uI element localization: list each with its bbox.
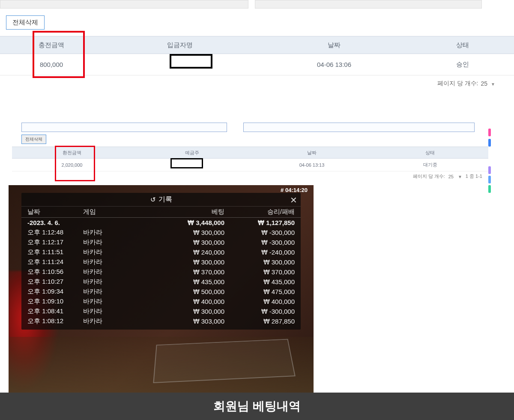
game-history-panel: # 04:14:20 ↺ 기록 ✕ 날짜 게임 베팅 승리/패배 -2023. … [9, 185, 314, 393]
top-bars [0, 0, 514, 10]
cell-game: 바카라 [83, 288, 147, 296]
history-row[interactable]: 오후 1:11:51바카라₩ 240,000₩ -240,000 [21, 247, 301, 257]
withdraw-table: 환전금액 예금주 날짜 상태 2,020,000 04-06 13:13 대기중 [12, 147, 488, 171]
cell-game: 바카라 [83, 258, 147, 266]
withdraw-section: 전체삭제 환전금액 예금주 날짜 상태 2,020,000 04-06 13:1… [12, 123, 488, 135]
cell-game: 바카라 [83, 297, 147, 306]
history-header: 날짜 게임 베팅 승리/패배 [21, 207, 301, 218]
history-row[interactable]: 오후 1:12:17바카라₩ 300,000₩ -300,000 [21, 237, 301, 247]
bottom-banner: 회원님 베팅내역 [0, 393, 514, 420]
col-amount: 환전금액 [12, 150, 132, 156]
stripe-icon [488, 166, 491, 174]
cell-time: 오후 1:09:34 [27, 288, 83, 296]
cell-date: 04-06 13:06 [257, 61, 411, 68]
withdraw-table-header: 환전금액 예금주 날짜 상태 [12, 147, 488, 159]
cell-winloss: ₩ -300,000 [235, 308, 295, 315]
banner-text: 회원님 베팅내역 [213, 398, 301, 414]
cell-time: 오후 1:12:17 [27, 238, 83, 246]
game-clock: # 04:14:20 [281, 187, 308, 193]
cell-game: 바카라 [83, 228, 147, 237]
cell-bet: ₩ 400,000 [147, 298, 235, 306]
col-name: 입금자명 [103, 41, 257, 49]
cell-winloss: ₩ 370,000 [235, 268, 295, 276]
cell-game: 바카라 [83, 238, 147, 246]
col-game: 게임 [83, 208, 147, 216]
pager-2: 페이지 당 개수: 25 1 중 1-1 [413, 173, 482, 180]
cell-bet: ₩ 240,000 [147, 249, 235, 256]
cell-time: 오후 1:08:12 [27, 317, 83, 325]
table-row: 2,020,000 04-06 13:13 대기중 [12, 159, 488, 171]
stripe-icon [488, 129, 491, 136]
pager: 페이지 당 개수: 25 [437, 80, 495, 87]
history-row[interactable]: 오후 1:08:41바카라₩ 300,000₩ -300,000 [21, 306, 301, 316]
cell-game: 바카라 [83, 317, 147, 325]
col-date: 날짜 [27, 208, 83, 216]
delete-all-button[interactable]: 전체삭제 [6, 15, 45, 30]
cell-bet: ₩ 300,000 [147, 308, 235, 315]
edge-color-strips [488, 123, 514, 200]
summary-bet: ₩ 3,448,000 [147, 219, 235, 227]
chevron-down-icon[interactable] [457, 174, 462, 179]
history-row[interactable]: 오후 1:09:10바카라₩ 400,000₩ 400,000 [21, 297, 301, 306]
history-row[interactable]: 오후 1:10:56바카라₩ 370,000₩ 370,000 [21, 267, 301, 277]
table-row: 800,000 04-06 13:06 승인 [0, 54, 514, 75]
cell-bet: ₩ 370,000 [147, 268, 235, 276]
col-status: 상태 [372, 150, 488, 156]
cell-time: 오후 1:10:27 [27, 278, 83, 286]
delete-all-button-2[interactable]: 전체삭제 [21, 135, 46, 144]
cell-bet: ₩ 303,000 [147, 318, 235, 325]
history-row[interactable]: 오후 1:10:27바카라₩ 435,000₩ 435,000 [21, 277, 301, 287]
cell-winloss: ₩ 435,000 [235, 278, 295, 286]
cell-status: 승인 [411, 60, 514, 69]
cell-time: 오후 1:11:24 [27, 258, 83, 266]
cell-winloss: ₩ 400,000 [235, 298, 295, 306]
stripe-icon [488, 176, 491, 183]
section2-bar-left[interactable] [21, 123, 227, 132]
cell-amount: 800,000 [0, 61, 103, 68]
section2-bars [12, 123, 488, 135]
cell-winloss: ₩ -300,000 [235, 239, 295, 246]
deposit-table: 충전금액 입금자명 날짜 상태 800,000 04-06 13:06 승인 [0, 36, 514, 75]
chip-tray [153, 339, 296, 383]
top-bar-right [255, 0, 482, 9]
cell-time: 오후 1:11:51 [27, 248, 83, 256]
pager-value[interactable]: 25 [448, 174, 454, 179]
history-row[interactable]: 오후 1:11:24바카라₩ 300,000₩ 300,000 [21, 257, 301, 267]
pager-value[interactable]: 25 [481, 80, 488, 87]
cell-winloss: ₩ -240,000 [235, 249, 295, 256]
history-row[interactable]: 오후 1:09:34바카라₩ 500,000₩ 475,000 [21, 287, 301, 297]
cell-time: 오후 1:10:56 [27, 268, 83, 276]
summary-winloss: ₩ 1,127,850 [235, 219, 295, 227]
stripe-icon [488, 185, 491, 193]
stripe-icon [488, 139, 491, 147]
cell-bet: ₩ 500,000 [147, 288, 235, 296]
cell-winloss: ₩ 287,850 [235, 318, 295, 325]
top-bar-left [0, 0, 248, 9]
history-title-bar: ↺ 기록 ✕ [21, 193, 301, 207]
cell-date: 04-06 13:13 [252, 162, 372, 168]
cell-bet: ₩ 300,000 [147, 229, 235, 237]
history-title: 기록 [158, 195, 172, 204]
col-date: 날짜 [252, 150, 372, 156]
cell-winloss: ₩ -300,000 [235, 229, 295, 237]
cell-bet: ₩ 300,000 [147, 258, 235, 266]
close-icon[interactable]: ✕ [290, 195, 297, 205]
pager-label: 페이지 당 개수: [437, 80, 478, 87]
cell-amount: 2,020,000 [12, 162, 132, 168]
history-summary-row: -2023. 4. 6. ₩ 3,448,000 ₩ 1,127,850 [21, 218, 301, 228]
cell-winloss: ₩ 475,000 [235, 288, 295, 296]
history-row[interactable]: 오후 1:08:12바카라₩ 303,000₩ 287,850 [21, 316, 301, 326]
section2-bar-right[interactable] [243, 123, 475, 132]
history-row[interactable]: 오후 1:12:48바카라₩ 300,000₩ -300,000 [21, 228, 301, 237]
cell-time: 오후 1:09:10 [27, 297, 83, 306]
history-icon: ↺ [150, 196, 156, 204]
cell-time: 오후 1:08:41 [27, 307, 83, 315]
col-amount: 충전금액 [0, 41, 103, 49]
cell-time: 오후 1:12:48 [27, 228, 83, 237]
history-overlay: ↺ 기록 ✕ 날짜 게임 베팅 승리/패배 -2023. 4. 6. ₩ 3,4… [21, 193, 301, 330]
chevron-down-icon[interactable] [490, 80, 495, 87]
col-bet: 베팅 [147, 208, 235, 216]
col-date: 날짜 [257, 41, 411, 49]
cell-game: 바카라 [83, 248, 147, 256]
cell-bet: ₩ 435,000 [147, 278, 235, 286]
